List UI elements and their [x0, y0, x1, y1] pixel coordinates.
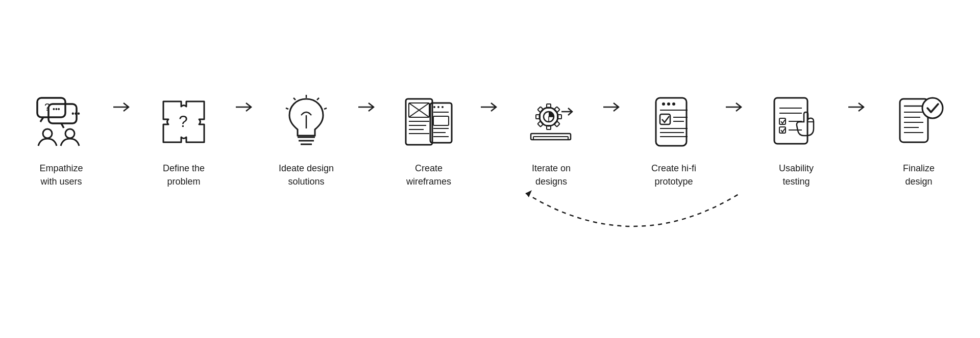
svg-rect-35: [433, 116, 449, 125]
svg-line-19: [324, 108, 327, 109]
arrow-6: [722, 99, 748, 115]
svg-rect-41: [533, 137, 568, 140]
step-wireframes: Createwireframes: [380, 94, 477, 188]
define-label: Define theproblem: [163, 162, 205, 188]
svg-point-8: [65, 129, 75, 138]
process-diagram: ? ••• ••• Empathizewith users: [0, 73, 980, 264]
empathize-label: Empathizewith users: [39, 162, 83, 188]
svg-marker-83: [526, 190, 532, 197]
svg-point-31: [433, 106, 435, 108]
wireframes-icon: [401, 94, 457, 150]
arrow-2: [232, 99, 258, 115]
svg-point-55: [662, 102, 665, 106]
step-define: ? Define theproblem: [135, 94, 232, 188]
arrow-1: [110, 99, 135, 115]
svg-point-33: [442, 106, 444, 108]
svg-text:•••: •••: [53, 105, 60, 113]
usability-label: Usabilitytesting: [779, 162, 814, 188]
svg-rect-0: [37, 98, 65, 117]
empathize-icon: ? ••• •••: [33, 94, 89, 150]
svg-point-82: [922, 98, 943, 118]
iterate-label: Iterate ondesigns: [532, 162, 571, 188]
svg-line-18: [317, 98, 319, 100]
usability-icon: [768, 94, 824, 150]
step-ideate: Ideate designsolutions: [258, 94, 355, 188]
svg-point-32: [437, 106, 439, 108]
step-hifi: Create hi-fiprototype: [625, 94, 722, 188]
arrow-5: [600, 99, 625, 115]
svg-point-56: [667, 102, 670, 106]
ideate-label: Ideate designsolutions: [279, 162, 334, 188]
step-empathize: ? ••• ••• Empathizewith users: [13, 94, 110, 188]
arrow-3: [355, 99, 380, 115]
svg-rect-59: [660, 114, 670, 124]
hifi-icon: [646, 94, 702, 150]
svg-text:•••: •••: [71, 109, 80, 118]
arrow-7: [845, 99, 870, 115]
finalize-icon: [891, 94, 947, 150]
svg-line-17: [286, 108, 288, 109]
finalize-label: Finalizedesign: [903, 162, 935, 188]
hifi-label: Create hi-fiprototype: [651, 162, 696, 188]
feedback-arc: [82, 188, 898, 254]
step-iterate: Iterate ondesigns: [503, 94, 600, 188]
svg-point-7: [43, 129, 52, 138]
wireframes-label: Createwireframes: [406, 162, 451, 188]
define-icon: ?: [156, 94, 212, 150]
iterate-icon: [523, 94, 579, 150]
arrow-4: [477, 99, 503, 115]
step-finalize: Finalizedesign: [870, 94, 967, 188]
steps-row: ? ••• ••• Empathizewith users: [41, 94, 939, 188]
svg-point-57: [672, 102, 675, 106]
svg-line-16: [293, 98, 296, 100]
step-usability: Usabilitytesting: [748, 94, 845, 188]
svg-text:?: ?: [179, 112, 188, 131]
ideate-icon: [278, 94, 334, 150]
